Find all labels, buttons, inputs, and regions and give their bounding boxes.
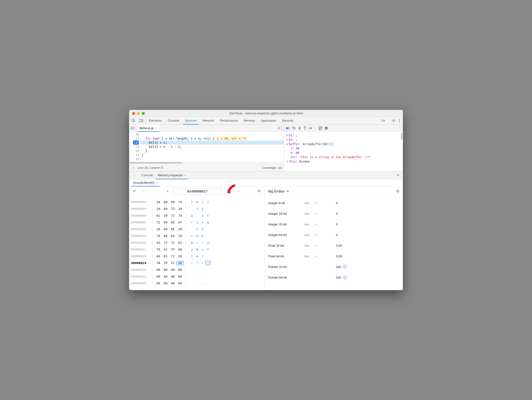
ascii-char[interactable]: n — [200, 221, 205, 224]
hex-byte[interactable]: 20 — [176, 234, 184, 238]
hex-byte[interactable]: 61 — [155, 214, 162, 217]
ascii-char[interactable]: t — [189, 234, 195, 238]
hex-byte[interactable]: 69 — [162, 221, 169, 224]
hex-row[interactable]: 0000000C72696E67ring — [131, 219, 263, 226]
value-encoding-select[interactable]: dec▾ — [304, 201, 336, 205]
tab-memory[interactable]: Memory — [241, 117, 258, 124]
close-drawer-icon[interactable]: × — [393, 173, 403, 178]
ascii-char[interactable]: . — [205, 275, 211, 278]
value-encoding-select[interactable]: dec▾ — [304, 222, 336, 226]
close-mi-tab-icon[interactable]: × — [156, 181, 158, 185]
hex-byte[interactable]: 00 — [162, 275, 169, 278]
hex-byte[interactable]: 00 — [162, 268, 169, 272]
debugger-pane-toggle-icon[interactable] — [275, 127, 284, 130]
hex-byte[interactable]: 73 — [169, 214, 176, 217]
hex-byte[interactable]: 00 — [176, 261, 184, 265]
hex-byte[interactable]: 69 — [162, 207, 169, 211]
step-over-button[interactable] — [292, 126, 296, 130]
scope-panel[interactable]: b1: … b2: … buffer: ArrayBuffer(60) i: 3… — [284, 132, 403, 171]
hex-byte[interactable]: 75 — [169, 248, 176, 251]
jump-to-address-icon[interactable] — [343, 265, 347, 269]
hex-byte[interactable]: 00 — [169, 275, 176, 278]
ascii-char[interactable]: g — [205, 221, 211, 224]
ascii-char[interactable]: A — [189, 241, 195, 244]
hex-byte[interactable]: 00 — [169, 281, 176, 285]
hex-byte[interactable]: 6E — [169, 227, 176, 231]
hex-row[interactable]: 0000001020696E20 in — [131, 226, 263, 232]
ascii-char[interactable]: . — [189, 268, 195, 272]
hex-byte[interactable]: 66 — [155, 254, 162, 258]
ascii-char[interactable]: ! — [200, 261, 205, 265]
ascii-char[interactable]: i — [195, 227, 200, 231]
hex-row[interactable]: 0000000054686973This — [131, 199, 263, 205]
ascii-char[interactable]: r — [195, 241, 200, 244]
hex-byte[interactable]: 00 — [176, 268, 184, 272]
navigator-toggle-icon[interactable] — [129, 127, 137, 130]
hex-row[interactable]: 0000003000000000.... — [131, 280, 263, 287]
hex-row[interactable]: 0000001C79427566yBuf — [131, 246, 263, 253]
hex-byte[interactable]: 00 — [155, 268, 162, 272]
ascii-char[interactable]: s — [200, 214, 205, 217]
hex-byte[interactable]: 00 — [169, 268, 176, 272]
ascii-char[interactable]: . — [205, 261, 211, 265]
hex-byte[interactable]: 20 — [176, 254, 184, 258]
hex-byte[interactable]: 68 — [162, 234, 169, 238]
ascii-char[interactable]: h — [195, 234, 200, 238]
inspect-element-icon[interactable] — [132, 119, 136, 123]
ascii-char[interactable]: . — [200, 281, 205, 285]
hex-byte[interactable]: 41 — [155, 241, 162, 244]
ascii-char[interactable]: e — [195, 254, 200, 258]
ascii-char[interactable]: . — [195, 268, 200, 272]
hex-byte[interactable]: 69 — [169, 200, 176, 204]
ascii-char[interactable]: ) — [195, 261, 200, 265]
hex-row[interactable]: 0000000861207374a st — [131, 212, 263, 219]
memory-inspector-buffer-tab[interactable]: ArrayBuffer(60) × — [131, 179, 160, 186]
ascii-char[interactable]: . — [195, 275, 200, 278]
hex-row[interactable]: 0000002800000000.... — [131, 266, 263, 273]
ascii-char[interactable]: . — [205, 281, 211, 285]
ascii-char[interactable]: u — [200, 248, 205, 251]
close-drawer-tab-icon[interactable]: × — [184, 173, 186, 177]
step-out-button[interactable] — [304, 126, 306, 130]
drawer-menu-icon[interactable]: ⋮ — [129, 173, 139, 178]
ascii-char[interactable] — [189, 207, 195, 211]
hex-byte[interactable]: 00 — [155, 275, 162, 278]
ascii-char[interactable]: h — [195, 200, 200, 204]
hex-byte[interactable]: 42 — [162, 248, 169, 251]
ascii-char[interactable]: . — [189, 275, 195, 278]
ascii-char[interactable] — [195, 214, 200, 217]
tab-network[interactable]: Network — [200, 117, 217, 124]
hex-byte[interactable]: 20 — [176, 207, 184, 211]
ascii-char[interactable]: . — [195, 281, 200, 285]
ascii-char[interactable]: B — [195, 248, 200, 251]
hex-byte[interactable]: 72 — [155, 221, 162, 224]
ascii-char[interactable]: f — [205, 248, 211, 251]
hex-byte[interactable]: 00 — [176, 275, 184, 278]
ascii-char[interactable]: T — [189, 200, 195, 204]
value-encoding-select[interactable]: dec▾ — [304, 254, 336, 258]
endianness-select[interactable]: Big Endian — [268, 189, 285, 193]
hex-row[interactable]: 0000001841727261Arra — [131, 239, 263, 246]
ascii-char[interactable] — [205, 234, 211, 238]
device-toggle-icon[interactable] — [139, 119, 143, 122]
ascii-char[interactable]: a — [189, 214, 195, 217]
tab-console[interactable]: Console — [165, 117, 182, 124]
hex-byte[interactable]: 72 — [169, 241, 176, 244]
hex-byte[interactable]: 66 — [176, 248, 184, 251]
hex-byte[interactable]: 00 — [162, 281, 169, 285]
ascii-char[interactable]: . — [200, 275, 205, 278]
hex-byte[interactable]: 73 — [176, 200, 184, 204]
hex-byte[interactable]: 54 — [155, 200, 162, 204]
deactivate-breakpoints-button[interactable] — [319, 126, 322, 130]
hex-byte[interactable]: 00 — [176, 281, 184, 285]
ascii-char[interactable]: a — [205, 241, 211, 244]
tab-application[interactable]: Application — [258, 117, 279, 124]
hex-byte[interactable]: 68 — [162, 200, 169, 204]
hex-byte[interactable]: 61 — [176, 241, 184, 244]
ascii-char[interactable]: y — [189, 248, 195, 251]
ascii-char[interactable]: i — [195, 221, 200, 224]
settings-icon[interactable] — [392, 119, 395, 123]
hex-byte[interactable]: 00 — [155, 281, 162, 285]
hex-byte[interactable]: 3A — [155, 261, 162, 265]
hex-byte[interactable]: 20 — [155, 227, 162, 231]
